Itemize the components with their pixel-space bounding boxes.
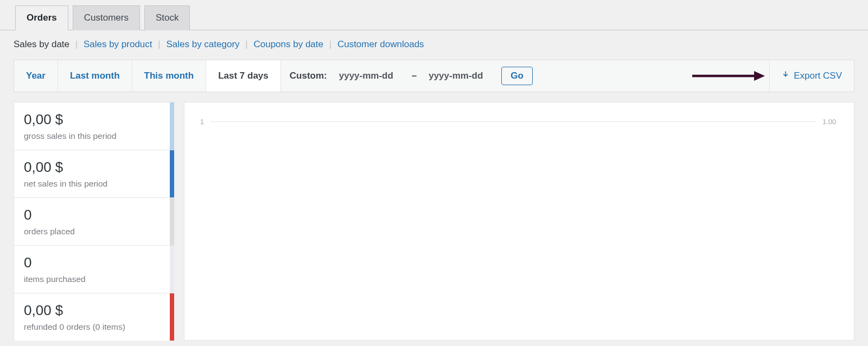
- chart-gridline: [210, 121, 816, 122]
- stat-value: 0,00 $: [24, 159, 164, 176]
- tab-stock[interactable]: Stock: [144, 5, 190, 30]
- stat-stripe: [170, 293, 174, 341]
- stat-value: 0,00 $: [24, 111, 164, 128]
- date-range-separator: –: [412, 71, 417, 81]
- stats-sidebar: 0,00 $ gross sales in this period 0,00 $…: [14, 102, 174, 341]
- stat-value: 0: [24, 254, 164, 271]
- report-subnav: Sales by date | Sales by product | Sales…: [0, 30, 868, 60]
- stat-label: refunded 0 orders (0 items): [24, 322, 164, 332]
- date-to-input[interactable]: [426, 67, 492, 85]
- y-axis-tick-right: 1.00: [822, 118, 841, 126]
- y-axis-tick-left: 1: [197, 118, 204, 126]
- range-custom: Custom: – Go: [281, 60, 541, 92]
- subnav-current: Sales by date: [14, 39, 69, 49]
- subnav-coupons-by-date[interactable]: Coupons by date: [253, 39, 323, 49]
- go-button[interactable]: Go: [501, 67, 533, 85]
- date-range-bar: Year Last month This month Last 7 days C…: [14, 60, 854, 92]
- download-icon: [782, 71, 789, 81]
- stat-items-purchased[interactable]: 0 items purchased: [14, 245, 174, 293]
- subnav-customer-downloads[interactable]: Customer downloads: [337, 39, 424, 49]
- subnav-sales-by-category[interactable]: Sales by category: [166, 39, 239, 49]
- separator: |: [326, 39, 335, 49]
- range-last-month[interactable]: Last month: [58, 60, 132, 92]
- chart-panel: 1 1.00: [184, 102, 854, 341]
- date-from-input[interactable]: [337, 67, 402, 85]
- stat-gross-sales[interactable]: 0,00 $ gross sales in this period: [14, 102, 174, 150]
- stat-label: gross sales in this period: [24, 131, 164, 141]
- separator: |: [72, 39, 81, 49]
- svg-marker-1: [754, 71, 765, 81]
- tab-customers[interactable]: Customers: [73, 5, 140, 30]
- separator: |: [242, 39, 251, 49]
- stat-orders-placed[interactable]: 0 orders placed: [14, 197, 174, 246]
- custom-label: Custom:: [290, 71, 327, 81]
- separator: |: [155, 39, 163, 49]
- stat-net-sales[interactable]: 0,00 $ net sales in this period: [14, 150, 174, 198]
- stat-label: orders placed: [24, 227, 164, 236]
- stat-stripe: [170, 246, 174, 293]
- stat-value: 0,00 $: [24, 302, 164, 319]
- stat-label: items purchased: [24, 274, 164, 284]
- stat-stripe: [170, 102, 174, 150]
- stat-stripe: [170, 198, 174, 245]
- subnav-sales-by-product[interactable]: Sales by product: [84, 39, 152, 49]
- stat-value: 0: [24, 207, 164, 223]
- export-csv-label: Export CSV: [794, 71, 842, 81]
- range-year[interactable]: Year: [14, 60, 58, 92]
- range-this-month[interactable]: This month: [132, 60, 207, 92]
- tab-orders[interactable]: Orders: [15, 5, 68, 30]
- range-last-7-days[interactable]: Last 7 days: [206, 60, 281, 92]
- annotation-arrow: [690, 60, 769, 92]
- stat-refunded[interactable]: 0,00 $ refunded 0 orders (0 items): [14, 293, 174, 341]
- export-csv[interactable]: Export CSV: [769, 60, 854, 92]
- stat-stripe: [170, 150, 174, 197]
- report-content: 0,00 $ gross sales in this period 0,00 $…: [0, 92, 868, 341]
- stat-label: net sales in this period: [24, 179, 164, 189]
- report-type-tabs: Orders Customers Stock: [0, 0, 868, 30]
- chart-gridline-row: 1 1.00: [197, 118, 841, 126]
